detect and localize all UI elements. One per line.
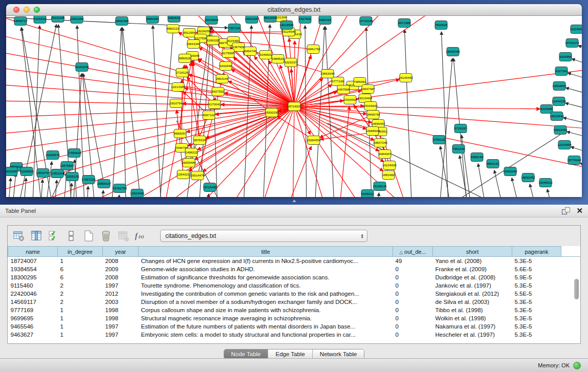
graph-node[interactable]: 2718126 <box>176 69 189 77</box>
column-header-in_degree[interactable]: in_degree <box>58 247 103 257</box>
network-window-titlebar[interactable]: citations_edges.txt <box>6 4 582 16</box>
graph-node[interactable]: 1254021 <box>177 170 190 179</box>
column-header-name[interactable]: name <box>8 247 58 257</box>
graph-node[interactable]: 19384554 <box>307 136 321 145</box>
graph-node[interactable]: 1810754 <box>170 99 183 108</box>
create-table-icon[interactable] <box>81 229 96 243</box>
graph-node[interactable]: 12444154 <box>552 97 566 106</box>
show-columns-icon[interactable] <box>29 229 43 243</box>
graph-node[interactable]: 10245012 <box>538 179 553 187</box>
graph-node[interactable]: 16033809 <box>204 16 219 25</box>
table-row[interactable]: 2242004622012Investigating the contribut… <box>8 290 581 298</box>
graph-node[interactable]: 9242848 <box>220 62 232 71</box>
graph-node[interactable]: 16136141 <box>373 182 387 191</box>
graph-node[interactable]: 10958107 <box>97 180 111 188</box>
graph-node[interactable]: 9360610 <box>168 16 181 23</box>
float-panel-icon[interactable] <box>562 207 570 214</box>
graph-node[interactable]: 15716485 <box>203 183 217 192</box>
minimize-window-button[interactable] <box>24 7 30 13</box>
graph-node[interactable]: 17359924 <box>67 149 81 158</box>
column-header-out_de[interactable]: △out_de... <box>393 247 433 257</box>
graph-node[interactable]: 1527602 <box>299 16 312 24</box>
graph-node[interactable]: 15770642 <box>567 156 581 165</box>
table-scrollbar[interactable] <box>574 278 579 343</box>
graph-node[interactable]: 16092452 <box>521 173 535 182</box>
graph-node[interactable]: 8186328 <box>207 36 220 45</box>
graph-node[interactable]: 10402354 <box>70 16 84 24</box>
column-header-pagerank[interactable]: pagerank <box>512 247 561 257</box>
network-canvas[interactable]: 1872400786601238912954182260588127508165… <box>6 16 582 197</box>
graph-node[interactable]: 9862141 <box>487 160 499 168</box>
graph-node[interactable]: 7991230 <box>452 145 465 154</box>
graph-node[interactable]: 9084067 <box>379 150 391 159</box>
graph-node[interactable]: 9671385 <box>398 19 411 28</box>
graph-node[interactable]: 1852482 <box>382 171 395 180</box>
graph-node[interactable]: 8813054 <box>264 16 277 23</box>
close-window-button[interactable] <box>13 7 19 13</box>
tab-node-table[interactable]: Node Table <box>224 349 268 359</box>
graph-node[interactable]: 12093832 <box>552 82 567 91</box>
table-row[interactable]: 911546021997Tourette syndrome. Phenomeno… <box>8 281 581 290</box>
graph-node[interactable]: 14055717 <box>13 17 28 26</box>
graph-node[interactable]: 11451944 <box>50 169 64 178</box>
graph-node[interactable]: 3878334 <box>193 136 206 145</box>
graph-node[interactable]: 10647487 <box>361 85 375 94</box>
graph-node[interactable]: 8912954 <box>183 29 196 37</box>
graph-node[interactable]: 18495794 <box>366 111 380 119</box>
graph-node[interactable]: 8267110 <box>203 111 215 120</box>
graph-node[interactable]: 7515528 <box>435 21 448 30</box>
graph-node[interactable]: 10975887 <box>60 162 74 170</box>
graph-node[interactable]: 6799120 <box>433 136 446 144</box>
graph-node[interactable]: 12213389 <box>171 83 185 92</box>
graph-node[interactable]: 11124549 <box>570 25 582 34</box>
graph-node[interactable]: 6497568 <box>337 85 350 94</box>
graph-node[interactable]: 20206576 <box>46 151 60 160</box>
graph-node[interactable]: 7357224 <box>228 24 241 33</box>
table-row[interactable]: 946362711997Embryonic stem cells: a mode… <box>8 331 581 339</box>
graph-node[interactable]: 9227343 <box>555 67 568 76</box>
zoom-window-button[interactable] <box>34 7 40 13</box>
graph-node[interactable]: 11156829 <box>20 167 34 176</box>
tab-edge-table[interactable]: Edge Table <box>268 349 312 359</box>
memory-status-dot[interactable] <box>573 362 581 369</box>
table-row[interactable]: 946554611997Estimation of the future num… <box>8 322 581 331</box>
graph-node[interactable]: 6719197 <box>454 124 467 133</box>
graph-node[interactable]: 12923468 <box>130 189 144 198</box>
graph-node[interactable]: 9146821 <box>259 51 272 59</box>
graph-node[interactable]: 19218586 <box>279 21 294 30</box>
graph-node[interactable]: 15692951 <box>553 126 568 135</box>
graph-node[interactable]: 8454749 <box>244 47 257 56</box>
graph-node[interactable]: 15751074 <box>565 39 579 48</box>
graph-node[interactable]: 9329966 <box>559 53 572 61</box>
graph-node[interactable]: 10653287 <box>245 16 259 24</box>
table-row[interactable]: 1872400712008Changes of HCN gene express… <box>8 257 581 266</box>
graph-node[interactable]: 9155510 <box>34 16 47 24</box>
graph-node[interactable]: 9175685 <box>222 49 235 58</box>
function-builder-icon[interactable]: f(x) <box>134 229 148 243</box>
graph-node[interactable]: 12505135 <box>65 172 79 181</box>
table-row[interactable]: 977716911998Corpus callosum shape and si… <box>8 306 581 314</box>
split-pane-handle[interactable] <box>290 199 298 203</box>
column-header-short[interactable]: short <box>433 247 512 257</box>
graph-node[interactable]: 8660123 <box>167 25 180 33</box>
graph-node[interactable]: 16782759 <box>113 184 127 193</box>
graph-node[interactable]: 9245012 <box>361 190 374 198</box>
graph-node[interactable]: 20101105 <box>51 16 65 23</box>
graph-node[interactable]: 20153346 <box>75 63 89 72</box>
delete-table-icon[interactable] <box>99 229 113 243</box>
graph-node[interactable]: 20691406 <box>115 17 129 26</box>
graph-node[interactable]: 8322037 <box>285 58 297 67</box>
graph-node[interactable]: 8427552 <box>212 87 225 96</box>
graph-node[interactable]: 2316442 <box>344 96 357 104</box>
graph-node[interactable]: 15140493 <box>399 74 413 82</box>
graph-node[interactable]: 16210643 <box>550 112 564 121</box>
graph-node[interactable]: 9777169 <box>332 77 344 86</box>
graph-node[interactable]: 2803144 <box>216 75 229 83</box>
table-settings-icon[interactable] <box>12 229 26 243</box>
graph-node[interactable]: 1498222 <box>185 148 198 157</box>
table-selector-dropdown[interactable]: citations_edges.txt▲▼ <box>160 230 367 242</box>
graph-node[interactable]: 12042757 <box>36 169 50 178</box>
graph-node[interactable]: 12103654 <box>557 141 572 149</box>
graph-node[interactable]: 17957223 <box>81 176 96 184</box>
select-columns-icon[interactable] <box>47 229 61 243</box>
